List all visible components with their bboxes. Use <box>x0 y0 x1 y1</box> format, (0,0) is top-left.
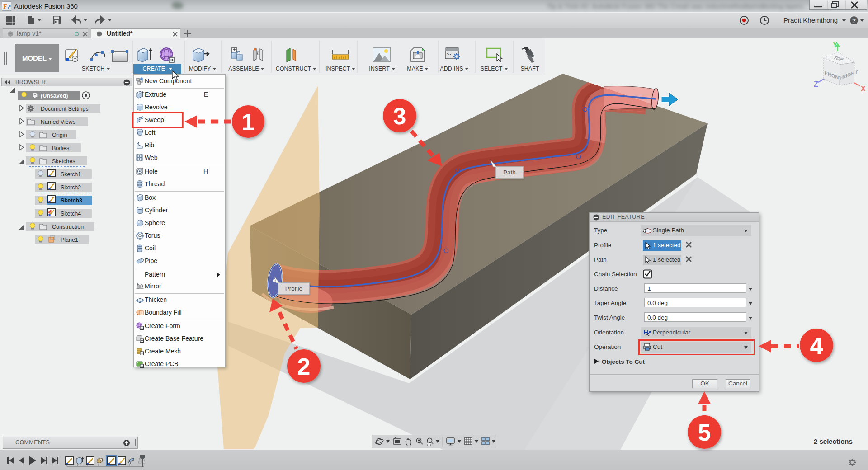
svg-text:2: 2 <box>297 353 311 380</box>
svg-text:5: 5 <box>698 419 711 446</box>
svg-text:1: 1 <box>242 109 255 135</box>
svg-text:3: 3 <box>393 103 406 129</box>
svg-text:4: 4 <box>810 333 823 359</box>
